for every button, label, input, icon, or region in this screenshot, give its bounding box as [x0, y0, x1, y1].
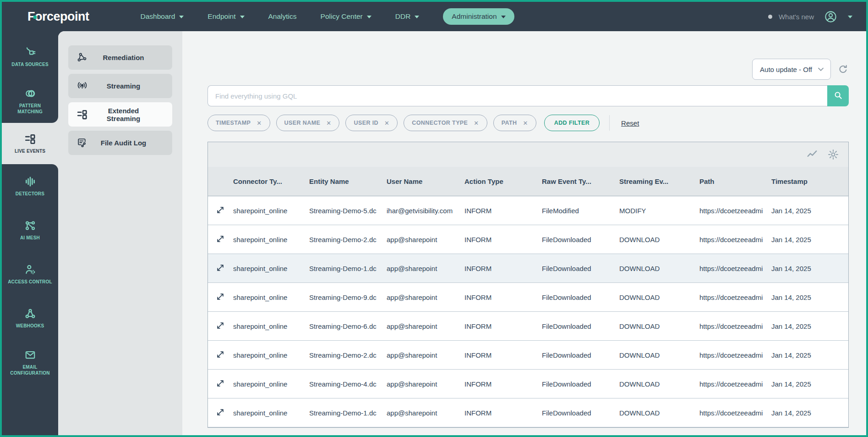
remove-filter-icon[interactable]: ✕ — [326, 120, 331, 127]
add-filter-button[interactable]: ADD FILTER — [544, 115, 600, 131]
expand-row-button[interactable] — [208, 205, 233, 216]
auto-update-select[interactable]: Auto update - Off — [752, 59, 831, 80]
nav-item-ddr[interactable]: DDR — [395, 12, 420, 21]
whats-new-link[interactable]: What's new — [779, 13, 814, 21]
cell-connector-type: sharepoint_online — [233, 236, 309, 243]
column-header-entity-name[interactable]: Entity Name — [309, 177, 387, 185]
column-header-raw-event-ty[interactable]: Raw Event Ty... — [542, 177, 619, 185]
subnav-item-streaming[interactable]: Streaming — [68, 74, 172, 98]
sidebar-item-access-control[interactable]: ACCESS CONTROL — [2, 252, 58, 296]
remove-filter-icon[interactable]: ✕ — [523, 120, 528, 127]
filter-chip-label: USER ID — [354, 120, 378, 126]
cell-raw-event-type: FileDownloaded — [542, 351, 619, 359]
sidebar-item-webhooks[interactable]: WEBHOOKS — [2, 296, 58, 340]
sidebar-item-label: WEBHOOKS — [16, 323, 44, 329]
filter-chip-user-name[interactable]: USER NAME✕ — [276, 115, 340, 131]
filter-chip-connector-type[interactable]: CONNECTOR TYPE✕ — [404, 115, 487, 131]
chevron-down-icon — [367, 16, 371, 18]
nav-item-dashboard[interactable]: Dashboard — [141, 12, 184, 21]
sidebar-item-pattern-matching[interactable]: PATTERN MATCHING — [2, 79, 58, 123]
remove-filter-icon[interactable]: ✕ — [474, 120, 479, 127]
nav-item-policy-center[interactable]: Policy Center — [321, 12, 371, 21]
cell-action-type: INFORM — [464, 380, 542, 388]
primary-sidebar: DATA SOURCESPATTERN MATCHINGLIVE EVENTSD… — [2, 31, 58, 435]
table-row: sharepoint_onlineStreaming-Demo-2.dcapp@… — [208, 225, 848, 254]
search-icon — [833, 90, 843, 102]
column-header-path[interactable]: Path — [699, 177, 771, 185]
table-header: Connector Ty...Entity NameUser NameActio… — [208, 167, 848, 196]
cell-connector-type: sharepoint_online — [233, 322, 309, 330]
reset-link[interactable]: Reset — [621, 119, 639, 127]
expand-row-button[interactable] — [208, 378, 233, 390]
expand-icon — [215, 234, 225, 245]
column-header-user-name[interactable]: User Name — [387, 177, 464, 185]
cell-entity-name: Streaming-Demo-6.dc — [309, 322, 387, 330]
subnav-item-remediation[interactable]: Remediation — [68, 45, 172, 70]
subnav-item-label: Extended Streaming — [90, 107, 164, 122]
expand-row-button[interactable] — [208, 234, 233, 245]
venn-icon — [24, 88, 36, 100]
column-header-timestamp[interactable]: Timestamp — [771, 177, 848, 185]
column-header-streaming-ev[interactable]: Streaming Ev... — [619, 177, 699, 185]
nav-item-administration[interactable]: Administration — [443, 8, 514, 25]
nav-item-endpoint[interactable]: Endpoint — [207, 12, 244, 21]
gear-icon[interactable] — [827, 149, 839, 160]
sidebar-item-email-configuration[interactable]: EMAIL CONFIGURATION — [2, 340, 58, 384]
nav-item-label: Administration — [452, 12, 497, 21]
cell-streaming-event: DOWNLOAD — [619, 380, 699, 388]
remove-filter-icon[interactable]: ✕ — [257, 120, 262, 127]
sidebar-item-detectors[interactable]: DETECTORS — [2, 164, 58, 208]
filter-chip-user-id[interactable]: USER ID✕ — [345, 115, 398, 131]
cell-streaming-event: DOWNLOAD — [619, 265, 699, 272]
sidebar-item-label: DETECTORS — [16, 191, 44, 197]
filter-chip-path[interactable]: PATH✕ — [493, 115, 536, 131]
subnav-item-label: File Audit Log — [90, 139, 164, 147]
expand-row-button[interactable] — [208, 292, 233, 303]
gql-search-input[interactable] — [207, 85, 827, 106]
cell-streaming-event: DOWNLOAD — [619, 351, 699, 359]
line-chart-icon[interactable] — [806, 149, 818, 160]
cell-path: https://dcoetzeeadmi — [699, 351, 771, 359]
sidebar-item-ai-mesh[interactable]: AI MESH — [2, 208, 58, 252]
list-boxes-icon — [24, 133, 36, 145]
chevron-down-icon — [816, 64, 826, 74]
expand-icon — [215, 292, 225, 303]
sidebar-segment-bottom: DETECTORSAI MESHACCESS CONTROLWEBHOOKSEM… — [2, 164, 58, 435]
nav-item-label: Analytics — [268, 12, 297, 21]
sidebar-item-live-events[interactable]: LIVE EVENTS — [2, 123, 58, 164]
remove-filter-icon[interactable]: ✕ — [384, 120, 389, 127]
filter-chip-label: PATH — [502, 120, 517, 126]
expand-row-button[interactable] — [208, 263, 233, 274]
cell-raw-event-type: FileDownloaded — [542, 380, 619, 388]
subnav-item-extended-streaming[interactable]: Extended Streaming — [68, 102, 172, 127]
search-button[interactable] — [827, 85, 849, 106]
expand-row-button[interactable] — [208, 407, 233, 419]
cell-timestamp: Jan 14, 2025 — [771, 207, 848, 215]
table-row: sharepoint_onlineStreaming-Demo-6.dcapp@… — [208, 312, 848, 341]
table-body: sharepoint_onlineStreaming-Demo-5.dcihar… — [208, 196, 848, 427]
column-header-action-type[interactable]: Action Type — [464, 177, 542, 185]
filter-chip-label: CONNECTOR TYPE — [412, 120, 468, 126]
sidebar-item-data-sources[interactable]: DATA SOURCES — [2, 35, 58, 79]
cell-raw-event-type: FileModified — [542, 207, 619, 215]
nav-item-analytics[interactable]: Analytics — [268, 12, 297, 21]
cell-path: https://dcoetzeeadmi — [699, 207, 771, 215]
search-row — [207, 85, 849, 106]
secondary-sidebar: RemediationStreamingExtended StreamingFi… — [58, 31, 182, 435]
expand-icon — [215, 349, 225, 361]
column-header-connector-ty[interactable]: Connector Ty... — [233, 177, 309, 185]
auto-update-row: Auto update - Off — [207, 59, 849, 80]
webhook-icon — [24, 308, 36, 320]
filter-chip-timestamp[interactable]: TIMESTAMP✕ — [207, 115, 270, 131]
chevron-down-icon[interactable] — [848, 16, 852, 18]
user-avatar-icon[interactable] — [824, 10, 837, 23]
sidebar-item-label: EMAIL CONFIGURATION — [8, 364, 52, 376]
sidebar-item-label: ACCESS CONTROL — [8, 279, 52, 285]
subnav-item-file-audit-log[interactable]: File Audit Log — [68, 131, 172, 155]
forcepoint-logo[interactable]: Forcepoint — [27, 10, 89, 24]
expand-row-button[interactable] — [208, 321, 233, 332]
expand-icon — [215, 321, 225, 332]
refresh-button[interactable] — [837, 64, 849, 75]
cell-entity-name: Streaming-Demo-1.dc — [309, 409, 387, 417]
expand-row-button[interactable] — [208, 349, 233, 361]
